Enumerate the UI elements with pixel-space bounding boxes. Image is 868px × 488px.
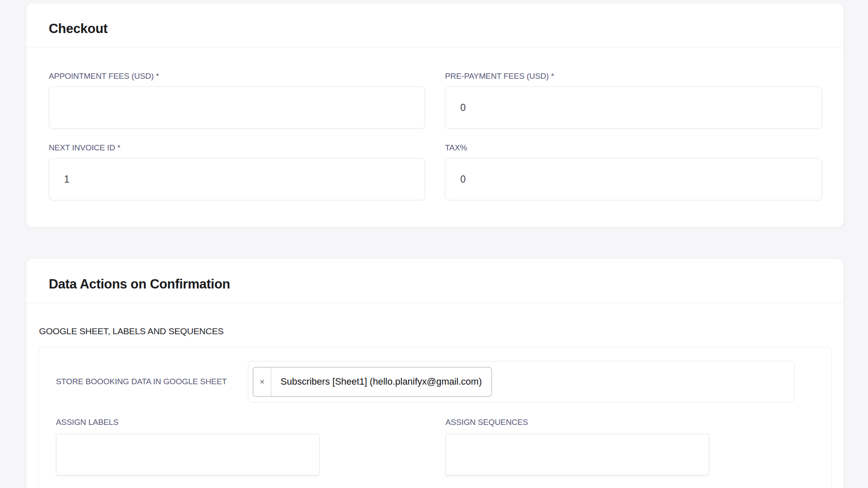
tax-percent-field: TAX% <box>445 143 822 200</box>
pre-payment-fees-input[interactable] <box>445 86 822 129</box>
assign-sequences-label: ASSIGN SEQUENCES <box>445 418 709 427</box>
assign-labels-field: ASSIGN LABELS <box>56 418 320 475</box>
next-invoice-id-input[interactable] <box>49 158 425 200</box>
checkout-card: Checkout APPOINTMENT FEES (USD) * PRE-PA… <box>26 3 843 227</box>
assign-sequences-input[interactable] <box>445 434 709 475</box>
next-invoice-id-field: NEXT INVOICE ID * <box>49 143 425 200</box>
google-sheet-panel: STORE BOOOKING DATA IN GOOGLE SHEET × Su… <box>38 347 832 488</box>
data-actions-card: Data Actions on Confirmation GOOGLE SHEE… <box>26 259 843 488</box>
assign-labels-label: ASSIGN LABELS <box>56 418 320 427</box>
pre-payment-fees-field: PRE-PAYMENT FEES (USD) * <box>445 72 822 129</box>
chip-remove-icon[interactable]: × <box>253 368 271 396</box>
store-booking-row: STORE BOOOKING DATA IN GOOGLE SHEET × Su… <box>56 361 795 402</box>
data-actions-title: Data Actions on Confirmation <box>49 277 821 292</box>
assign-sequences-field: ASSIGN SEQUENCES <box>445 418 709 475</box>
google-sheet-select[interactable]: × Subscribers [Sheet1] (hello.planifyx@g… <box>248 361 795 402</box>
pre-payment-fees-label: PRE-PAYMENT FEES (USD) * <box>445 72 822 81</box>
store-booking-label: STORE BOOOKING DATA IN GOOGLE SHEET <box>56 377 248 386</box>
next-invoice-id-label: NEXT INVOICE ID * <box>49 143 425 152</box>
tax-percent-label: TAX% <box>445 143 822 152</box>
data-actions-body: GOOGLE SHEET, LABELS AND SEQUENCES STORE… <box>26 303 843 488</box>
assign-row: ASSIGN LABELS ASSIGN SEQUENCES <box>56 418 795 475</box>
appointment-fees-input[interactable] <box>49 86 425 129</box>
appointment-fees-label: APPOINTMENT FEES (USD) * <box>49 72 425 81</box>
google-sheet-section-title: GOOGLE SHEET, LABELS AND SEQUENCES <box>38 326 832 336</box>
google-sheet-chip: × Subscribers [Sheet1] (hello.planifyx@g… <box>253 367 492 397</box>
checkout-card-header: Checkout <box>26 3 843 47</box>
data-actions-card-header: Data Actions on Confirmation <box>26 259 843 303</box>
appointment-fees-field: APPOINTMENT FEES (USD) * <box>49 72 425 129</box>
checkout-form: APPOINTMENT FEES (USD) * PRE-PAYMENT FEE… <box>26 48 843 200</box>
google-sheet-chip-label: Subscribers [Sheet1] (hello.planifyx@gma… <box>271 368 491 396</box>
tax-percent-input[interactable] <box>445 158 822 200</box>
assign-labels-input[interactable] <box>56 434 320 475</box>
checkout-title: Checkout <box>49 21 821 36</box>
